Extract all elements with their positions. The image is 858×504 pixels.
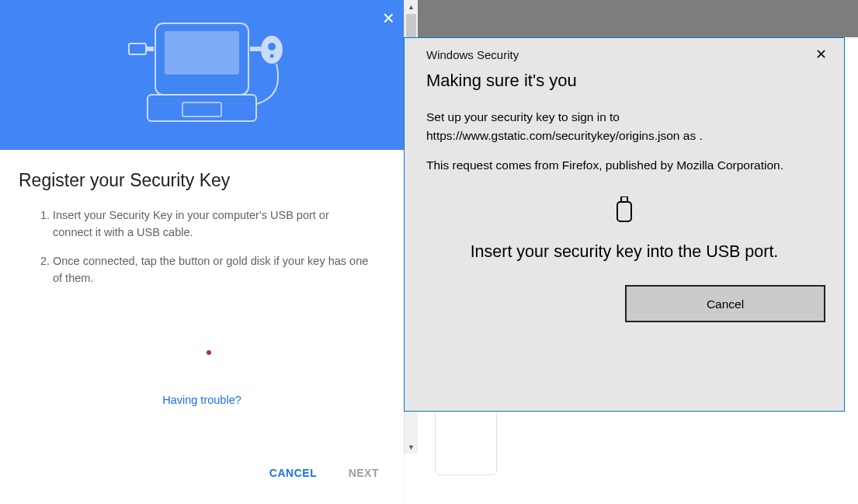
- svg-rect-6: [250, 47, 261, 51]
- instruction-step-2: Once connected, tap the button or gold d…: [53, 252, 371, 287]
- close-icon[interactable]: ×: [383, 8, 394, 28]
- scrollbar-down-icon[interactable]: ▼: [405, 440, 418, 454]
- hero-banner: ×: [0, 0, 404, 150]
- windows-security-heading: Making sure it's you: [405, 63, 844, 91]
- scrollbar-up-icon[interactable]: ▲: [405, 0, 418, 13]
- svg-rect-4: [129, 43, 146, 54]
- svg-rect-1: [165, 31, 239, 75]
- windows-security-body-2: This request comes from Firefox, publish…: [405, 145, 844, 175]
- next-button[interactable]: NEXT: [339, 461, 388, 485]
- svg-rect-11: [617, 202, 631, 221]
- windows-security-title: Windows Security: [426, 48, 519, 61]
- background-dark-band: [404, 0, 858, 37]
- svg-rect-3: [182, 103, 221, 116]
- instruction-list: Insert your Security Key in your compute…: [19, 207, 385, 287]
- svg-point-8: [268, 43, 276, 50]
- svg-point-9: [270, 54, 274, 58]
- laptop-key-illustration: [101, 19, 303, 135]
- svg-rect-2: [148, 95, 256, 121]
- having-trouble-link[interactable]: Having trouble?: [0, 394, 404, 406]
- loading-spinner: [207, 350, 211, 355]
- dialog-footer: CANCEL NEXT: [0, 447, 404, 504]
- svg-rect-5: [146, 47, 154, 51]
- windows-security-dialog: Windows Security ✕ Making sure it's you …: [404, 37, 845, 412]
- close-icon[interactable]: ✕: [812, 46, 830, 63]
- svg-rect-10: [621, 196, 627, 202]
- windows-cancel-button[interactable]: Cancel: [625, 285, 825, 322]
- windows-security-prompt: Insert your security key into the USB po…: [405, 226, 844, 263]
- cancel-button[interactable]: CANCEL: [260, 461, 326, 485]
- register-security-key-dialog: × Register your Security: [0, 0, 404, 504]
- instruction-step-1: Insert your Security Key in your compute…: [53, 207, 371, 242]
- windows-security-body-1: Set up your security key to sign in to h…: [405, 91, 844, 145]
- dialog-title: Register your Security Key: [19, 170, 385, 191]
- usb-key-icon: [405, 175, 844, 226]
